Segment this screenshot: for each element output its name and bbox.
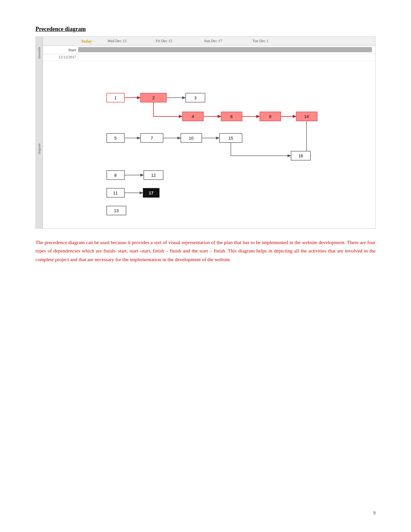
gantt-start-label: Start [43, 47, 78, 53]
gantt-date-value: 12/12/2017 [43, 55, 78, 60]
svg-text:14: 14 [304, 114, 309, 119]
svg-text:5: 5 [114, 136, 116, 141]
svg-text:2: 2 [152, 95, 154, 100]
svg-text:16: 16 [298, 153, 303, 158]
svg-text:13: 13 [114, 208, 119, 213]
svg-text:10: 10 [189, 136, 193, 141]
gantt-date-1: Wed Dec 13 [107, 39, 156, 44]
gantt-bar [78, 47, 372, 52]
svg-text:6: 6 [230, 114, 232, 119]
svg-text:17: 17 [149, 191, 153, 195]
svg-text:3: 3 [194, 95, 196, 100]
svg-text:12: 12 [151, 173, 156, 178]
svg-text:4: 4 [191, 114, 194, 119]
svg-text:8: 8 [114, 173, 116, 178]
gantt-date-row: 12/12/2017 [43, 54, 375, 61]
svg-text:15: 15 [229, 136, 233, 141]
precedence-diagram-svg: 1 2 3 4 6 9 [48, 74, 372, 222]
sidebar-diagram-label: diagram [37, 143, 41, 154]
section-heading: Precedence diagram [35, 26, 376, 33]
body-paragraph: The precedence diagram can be used becau… [35, 238, 376, 264]
gantt-date-4: Tue Dec 1 [252, 39, 301, 44]
sidebar-timetable-label: timetable [37, 47, 41, 59]
diagram-container: timetable Today Wed Dec 13 Fri Dec 15 Su… [35, 36, 376, 229]
gantt-date-3: Sun Dec 17 [204, 39, 252, 44]
svg-text:9: 9 [269, 114, 271, 119]
svg-text:1: 1 [114, 95, 116, 100]
gantt-bar-cell [78, 46, 375, 54]
page: Precedence diagram timetable Today Wed D… [0, 0, 411, 532]
svg-text:7: 7 [151, 136, 153, 141]
gantt-date-2: Fri Dec 15 [156, 39, 204, 44]
gantt-today-label: Today [78, 39, 107, 44]
gantt-header: Today Wed Dec 13 Fri Dec 15 Sun Dec 17 T… [43, 37, 375, 46]
svg-text:11: 11 [113, 191, 118, 195]
gantt-start-row: Start [43, 46, 375, 54]
page-number: 9 [373, 511, 376, 516]
gantt-dates: Wed Dec 13 Fri Dec 15 Sun Dec 17 Tue Dec… [107, 39, 375, 44]
